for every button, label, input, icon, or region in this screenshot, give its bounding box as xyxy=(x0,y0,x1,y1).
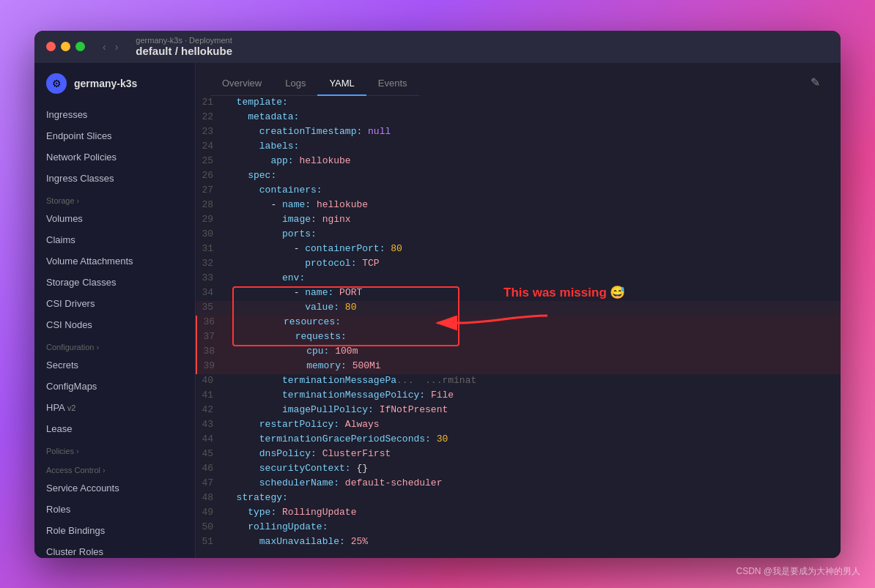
code-line-50: 50 rollingUpdate: xyxy=(196,521,841,535)
sidebar-group-policies: Policies › xyxy=(34,439,195,458)
line-number: 31 xyxy=(196,242,225,254)
line-number: 28 xyxy=(196,198,225,210)
line-number: 33 xyxy=(196,272,225,283)
code-line-45: 45 dnsPolicy: ClusterFirst xyxy=(196,447,841,462)
line-content: spec: xyxy=(225,169,841,181)
line-content: type: RollingUpdate xyxy=(225,506,841,518)
code-line-49: 49 type: RollingUpdate xyxy=(196,506,841,521)
sidebar-section-policies[interactable]: Policies › xyxy=(34,439,195,458)
code-line-47: 47 schedulerName: default-scheduler xyxy=(196,477,841,491)
line-number: 46 xyxy=(196,462,225,474)
app-window: ‹ › germany-k3s · Deployment default / h… xyxy=(34,31,841,558)
forward-arrow[interactable]: › xyxy=(112,40,122,54)
code-line-32: 32 protocol: TCP xyxy=(196,257,841,272)
code-line-41: 41 terminationMessagePolicy: File xyxy=(196,389,841,403)
tab-yaml[interactable]: YAML xyxy=(317,72,366,96)
content-area: Overview Logs YAML Events ✎ 21 template: xyxy=(196,63,841,558)
sidebar-group-network: Ingresses Endpoint Slices Network Polici… xyxy=(34,104,195,189)
code-editor[interactable]: 21 template: 22 metadata: 23 creationTim… xyxy=(196,96,841,558)
sidebar-item-claims[interactable]: Claims xyxy=(34,229,195,250)
sidebar-item-role-bindings[interactable]: Role Bindings xyxy=(34,520,195,541)
sidebar-item-storage-classes[interactable]: Storage Classes xyxy=(34,272,195,293)
line-content: cpu: 100m xyxy=(226,345,841,357)
maximize-button[interactable] xyxy=(75,42,85,51)
line-number: 49 xyxy=(196,506,225,518)
line-content: metadata: xyxy=(225,111,841,122)
line-content: requests: xyxy=(226,330,841,342)
line-content: imagePullPolicy: IfNotPresent xyxy=(225,403,841,415)
titlebar: ‹ › germany-k3s · Deployment default / h… xyxy=(34,31,841,63)
line-content: - name: PORT xyxy=(225,286,841,298)
line-number: 35 xyxy=(196,301,225,313)
line-number: 51 xyxy=(196,535,225,547)
line-number: 29 xyxy=(196,213,225,225)
sidebar-section-storage[interactable]: Storage › xyxy=(34,189,195,208)
line-number: 48 xyxy=(196,491,225,503)
line-content: ports: xyxy=(225,228,841,239)
sidebar-section-configuration[interactable]: Configuration › xyxy=(34,335,195,354)
sidebar-item-hpa[interactable]: HPA v2 xyxy=(34,397,195,418)
code-line-48: 48 strategy: xyxy=(196,491,841,506)
line-content: creationTimestamp: null xyxy=(225,125,841,137)
sidebar-section-access-control[interactable]: Access Control › xyxy=(34,458,195,477)
line-number: 45 xyxy=(196,447,225,459)
sidebar-item-network-policies[interactable]: Network Policies xyxy=(34,146,195,168)
titlebar-info: germany-k3s · Deployment default / hello… xyxy=(136,36,232,57)
line-number: 24 xyxy=(196,140,225,152)
line-number: 21 xyxy=(196,96,225,108)
line-number: 27 xyxy=(196,184,225,196)
tab-overview[interactable]: Overview xyxy=(210,72,273,96)
line-content: labels: xyxy=(225,140,841,152)
sidebar-item-csi-drivers[interactable]: CSI Drivers xyxy=(34,293,195,314)
sidebar-item-configmaps[interactable]: ConfigMaps xyxy=(34,376,195,397)
code-line-35: 35 value: 80 xyxy=(196,301,841,316)
code-line-51: 51 maxUnavailable: 25% xyxy=(196,535,841,550)
minimize-button[interactable] xyxy=(61,42,70,51)
sidebar-item-ingress-classes[interactable]: Ingress Classes xyxy=(34,168,195,189)
line-content: image: nginx xyxy=(225,213,841,225)
page-title: default / hellokube xyxy=(136,45,232,57)
line-number: 47 xyxy=(196,477,225,488)
code-line-22: 22 metadata: xyxy=(196,111,841,125)
sidebar-group-access-control: Access Control › Service Accounts Roles … xyxy=(34,458,195,558)
sidebar-item-volume-attachments[interactable]: Volume Attachments xyxy=(34,250,195,272)
close-button[interactable] xyxy=(46,42,56,51)
sidebar-item-cluster-roles[interactable]: Cluster Roles xyxy=(34,541,195,558)
line-content: terminationMessagePa... ...rminat xyxy=(225,374,841,386)
main-content: ⚙ germany-k3s Ingresses Endpoint Slices … xyxy=(34,63,841,558)
sidebar-item-csi-nodes[interactable]: CSI Nodes xyxy=(34,314,195,335)
line-content: strategy: xyxy=(225,491,841,503)
line-content: app: hellokube xyxy=(225,155,841,166)
line-number: 37 xyxy=(197,330,226,342)
code-line-40: 40 terminationMessagePa... ...rminat xyxy=(196,374,841,389)
line-number: 23 xyxy=(196,125,225,137)
code-line-42: 42 imagePullPolicy: IfNotPresent xyxy=(196,403,841,418)
code-line-27: 27 containers: xyxy=(196,184,841,198)
sidebar-item-endpoint-slices[interactable]: Endpoint Slices xyxy=(34,125,195,146)
cluster-name: germany-k3s xyxy=(74,78,137,89)
edit-icon[interactable]: ✎ xyxy=(805,70,826,95)
tab-logs[interactable]: Logs xyxy=(273,72,317,96)
code-line-38: 38 cpu: 100m xyxy=(196,345,841,360)
sidebar-item-secrets[interactable]: Secrets xyxy=(34,354,195,376)
sidebar-item-volumes[interactable]: Volumes xyxy=(34,208,195,229)
sidebar-item-roles[interactable]: Roles xyxy=(34,499,195,520)
tab-events[interactable]: Events xyxy=(366,72,419,96)
code-line-33: 33 env: xyxy=(196,272,841,286)
sidebar-header: ⚙ germany-k3s xyxy=(34,63,195,104)
sidebar-group-storage: Storage › Volumes Claims Volume Attachme… xyxy=(34,189,195,335)
back-arrow[interactable]: ‹ xyxy=(100,40,109,54)
content-header: Overview Logs YAML Events ✎ xyxy=(196,63,841,96)
line-content: restartPolicy: Always xyxy=(225,418,841,430)
line-number: 26 xyxy=(196,169,225,181)
nav-arrows: ‹ › xyxy=(100,40,121,54)
traffic-lights xyxy=(46,42,85,51)
sidebar-item-ingresses[interactable]: Ingresses xyxy=(34,104,195,125)
sidebar-item-lease[interactable]: Lease xyxy=(34,418,195,439)
sidebar-item-service-accounts[interactable]: Service Accounts xyxy=(34,477,195,499)
line-content: resources: xyxy=(226,316,841,327)
line-number: 22 xyxy=(196,111,225,122)
line-content: securityContext: {} xyxy=(225,462,841,474)
code-line-46: 46 securityContext: {} xyxy=(196,462,841,477)
code-line-30: 30 ports: xyxy=(196,228,841,242)
